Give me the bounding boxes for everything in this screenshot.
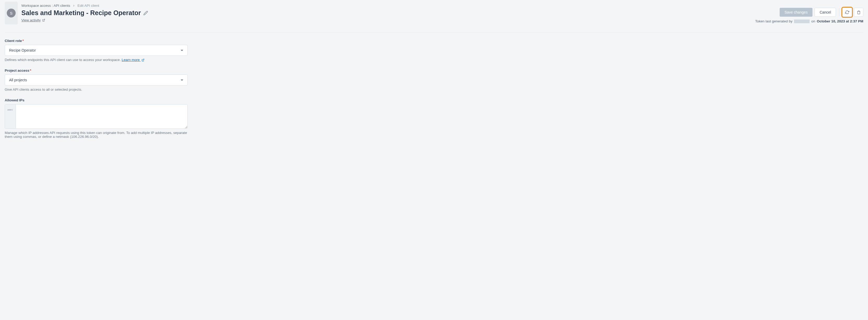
client-role-label: Client role* <box>5 39 188 43</box>
ip-prefix-badge: ABC <box>5 104 16 128</box>
learn-more-link[interactable]: Learn more <box>122 58 145 62</box>
pencil-icon[interactable] <box>143 11 148 15</box>
delete-button[interactable] <box>854 8 863 17</box>
regenerate-token-button[interactable] <box>842 8 852 17</box>
caret-down-icon <box>181 50 183 51</box>
allowed-ips-section: Allowed IPs ABC Manage which IP addresse… <box>5 98 188 139</box>
action-buttons: Save changes Cancel <box>780 8 863 17</box>
required-marker: * <box>30 68 31 72</box>
svg-line-0 <box>43 19 45 20</box>
token-info: Token last generated by on October 10, 2… <box>755 19 863 23</box>
svg-line-1 <box>143 59 144 60</box>
project-access-label: Project access* <box>5 68 188 72</box>
cancel-button[interactable]: Cancel <box>814 8 836 17</box>
caret-down-icon <box>181 79 183 81</box>
view-activity-link[interactable]: View activity <box>21 18 45 22</box>
token-user-redacted <box>794 20 810 23</box>
header-main: Workspace access : API clients Edit API … <box>21 2 751 22</box>
project-access-value: All projects <box>9 78 27 82</box>
allowed-ips-field: ABC <box>5 104 188 129</box>
external-link-icon <box>42 19 45 22</box>
breadcrumb: Workspace access : API clients Edit API … <box>21 4 751 7</box>
project-access-help: Give API clients access to all or select… <box>5 88 188 92</box>
button-separator <box>839 8 839 17</box>
action-column: Save changes Cancel Token last generated… <box>755 2 863 23</box>
save-button[interactable]: Save changes <box>780 8 813 17</box>
page-header: S Workspace access : API clients Edit AP… <box>5 2 863 25</box>
allowed-ips-label: Allowed IPs <box>5 98 188 102</box>
token-date: October 10, 2023 at 2:37 PM <box>817 19 863 23</box>
allowed-ips-help: Manage which IP addresses API requests u… <box>5 131 188 139</box>
section-divider <box>5 32 863 33</box>
breadcrumb-parent[interactable]: Workspace access : API clients <box>21 4 70 7</box>
avatar: S <box>7 9 16 18</box>
client-role-section: Client role* Recipe Operator Defines whi… <box>5 39 188 62</box>
refresh-icon <box>845 10 849 14</box>
client-role-select[interactable]: Recipe Operator <box>5 45 188 56</box>
project-access-label-text: Project access <box>5 68 29 72</box>
external-link-icon <box>142 59 145 62</box>
client-role-value: Recipe Operator <box>9 48 36 52</box>
allowed-ips-textarea[interactable] <box>16 104 187 128</box>
view-activity-label: View activity <box>21 18 41 22</box>
avatar-container: S <box>5 2 18 25</box>
trash-icon <box>857 10 861 14</box>
client-role-help: Defines which endpoints this API client … <box>5 58 188 62</box>
chevron-right-icon <box>72 4 75 7</box>
project-access-select[interactable]: All projects <box>5 74 188 86</box>
client-role-label-text: Client role <box>5 39 22 43</box>
avatar-letter: S <box>10 11 12 15</box>
breadcrumb-current: Edit API client <box>78 4 99 7</box>
project-access-section: Project access* All projects Give API cl… <box>5 68 188 92</box>
learn-more-text: Learn more <box>122 58 140 62</box>
required-marker: * <box>23 39 24 43</box>
client-role-help-text: Defines which endpoints this API client … <box>5 58 121 62</box>
token-prefix: Token last generated by <box>755 19 793 23</box>
token-on: on <box>811 19 815 23</box>
page-title: Sales and Marketing - Recipe Operator <box>21 9 141 17</box>
title-row: Sales and Marketing - Recipe Operator <box>21 9 751 17</box>
